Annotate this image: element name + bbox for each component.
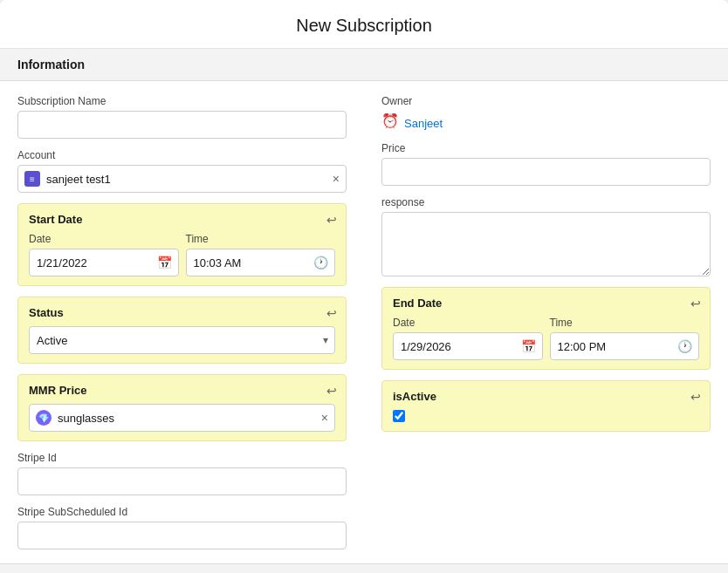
price-input[interactable] <box>381 158 711 186</box>
end-date-reset-button[interactable]: ↩ <box>689 295 703 312</box>
price-label: Price <box>381 142 711 154</box>
response-label: response <box>381 196 711 208</box>
modal: New Subscription Information Subscriptio… <box>0 0 728 573</box>
response-field: response <box>381 196 711 276</box>
account-input[interactable] <box>17 165 347 193</box>
start-date-label: Date <box>29 233 179 245</box>
owner-name: Sanjeet <box>404 117 443 130</box>
form-content: Subscription Name Account ≡ × Start Date… <box>0 81 728 563</box>
mmr-icon: 💎 <box>36 410 52 426</box>
status-select-wrapper: Active Inactive Pending ▾ <box>29 326 335 354</box>
account-icon: ≡ <box>24 171 40 187</box>
end-time-label: Time <box>550 317 700 329</box>
start-date-field: Date 📅 <box>29 233 179 276</box>
mmr-reset-button[interactable]: ↩ <box>325 382 339 399</box>
section-header-information: Information <box>0 49 728 81</box>
subscription-name-input[interactable] <box>17 111 347 139</box>
stripe-sub-input[interactable] <box>17 522 347 549</box>
end-date-input-wrapper: 📅 <box>393 332 543 360</box>
end-time-input[interactable] <box>550 332 700 360</box>
end-date-section: End Date ↩ Date 📅 Time <box>381 287 711 370</box>
start-date-reset-button[interactable]: ↩ <box>325 211 339 229</box>
is-active-checkbox[interactable] <box>393 410 405 422</box>
stripe-sub-label: Stripe SubScheduled Id <box>17 506 347 518</box>
status-section: Status ↩ Active Inactive Pending ▾ <box>17 297 347 364</box>
end-time-input-wrapper: 🕐 <box>550 332 700 360</box>
status-reset-button[interactable]: ↩ <box>325 304 339 322</box>
modal-header: New Subscription <box>0 0 728 49</box>
owner-label: Owner <box>381 95 711 107</box>
price-field: Price <box>381 142 711 186</box>
start-date-input[interactable] <box>29 249 179 276</box>
is-active-reset-button[interactable]: ↩ <box>689 388 703 406</box>
start-date-time-row: Date 📅 Time 🕐 <box>29 233 335 276</box>
end-date-title: End Date <box>393 297 699 310</box>
form-right-col: Owner ⏰ Sanjeet Price response <box>381 95 711 549</box>
is-active-section: isActive ↩ <box>381 380 711 432</box>
is-active-title: isActive <box>393 390 699 403</box>
status-select[interactable]: Active Inactive Pending <box>29 326 335 354</box>
form-left-col: Subscription Name Account ≡ × Start Date… <box>17 95 347 549</box>
end-time-field: Time 🕐 <box>550 317 700 360</box>
account-input-wrapper: ≡ × <box>17 165 347 193</box>
end-date-input[interactable] <box>393 332 543 360</box>
stripe-sub-field: Stripe SubScheduled Id <box>17 506 347 549</box>
status-title: Status <box>29 306 335 319</box>
subscription-name-field: Subscription Name <box>17 95 347 139</box>
account-field: Account ≡ × <box>17 149 347 193</box>
stripe-id-label: Stripe Id <box>17 452 347 464</box>
end-date-label: Date <box>393 317 543 329</box>
mmr-price-title: MMR Price <box>29 384 335 397</box>
start-time-field: Time 🕐 <box>186 233 336 276</box>
stripe-id-input[interactable] <box>17 467 347 495</box>
owner-avatar-icon: ⏰ <box>381 114 399 132</box>
start-time-input[interactable] <box>186 249 336 276</box>
end-date-time-row: Date 📅 Time 🕐 <box>393 317 699 360</box>
account-label: Account <box>17 149 347 161</box>
owner-row: ⏰ Sanjeet <box>381 114 711 132</box>
account-clear-button[interactable]: × <box>333 173 340 185</box>
modal-title: New Subscription <box>17 16 711 36</box>
mmr-price-section: MMR Price ↩ 💎 × <box>17 374 347 441</box>
owner-field: Owner ⏰ Sanjeet <box>381 95 711 132</box>
subscription-name-label: Subscription Name <box>17 95 347 107</box>
response-textarea[interactable] <box>381 212 711 276</box>
start-date-title: Start Date <box>29 213 335 226</box>
start-time-input-wrapper: 🕐 <box>186 249 336 276</box>
start-time-label: Time <box>186 233 336 245</box>
is-active-checkbox-wrapper <box>393 410 699 422</box>
modal-footer: Cancel Save & New Save <box>0 563 728 573</box>
mmr-input-wrapper: 💎 × <box>29 404 335 432</box>
mmr-input[interactable] <box>29 404 335 432</box>
mmr-clear-button[interactable]: × <box>321 412 328 424</box>
start-date-input-wrapper: 📅 <box>29 249 179 276</box>
end-date-field: Date 📅 <box>393 317 543 360</box>
modal-body: Information Subscription Name Account ≡ … <box>0 49 728 563</box>
stripe-id-field: Stripe Id <box>17 452 347 495</box>
start-date-section: Start Date ↩ Date 📅 Time <box>17 203 347 286</box>
